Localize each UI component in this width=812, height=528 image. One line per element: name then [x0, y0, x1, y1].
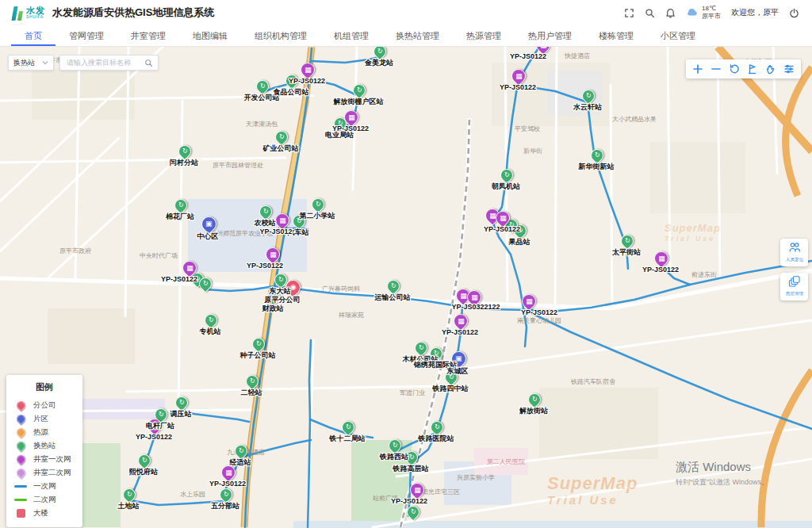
- legend-line-swatch: [14, 485, 27, 488]
- tab-楼栋管理[interactable]: 楼栋管理: [585, 25, 647, 46]
- marker-label: 五分部站: [211, 501, 239, 511]
- zoom-in-button[interactable]: [690, 62, 706, 76]
- marker-label: 第二小学站: [300, 211, 335, 221]
- search-category-select[interactable]: 换热站: [8, 55, 54, 71]
- legend-item-片区: 片区: [6, 412, 82, 426]
- marker-label: 食品公司站: [274, 87, 309, 98]
- map-poi-text: 南关童心幼儿园: [517, 316, 561, 325]
- marker-label: YP-JS0122: [247, 262, 283, 270]
- marker-label: 铁路医院站: [419, 434, 454, 444]
- windows-activation-watermark: 激活 Windows 转到“设置”以激活 Windows。: [676, 460, 768, 488]
- map-poi-text: 铁路汽车队宿舍: [571, 377, 615, 386]
- legend-pin-swatch: [14, 467, 27, 480]
- marker-label: YP-JS0122: [642, 266, 679, 274]
- search-category-value: 换热站: [13, 58, 35, 68]
- personnel-locate-button[interactable]: 人员定位: [780, 239, 808, 266]
- marker-label: 运输公司站: [375, 293, 411, 303]
- legend-item-井室一次网: 井室一次网: [6, 453, 82, 466]
- marker-label: 水云轩站: [573, 102, 602, 113]
- legend-items: 分公司片区热源换热站井室一次网井室二次网一次网二次网大楼: [6, 399, 82, 520]
- legend-item-热源: 热源: [6, 426, 82, 439]
- legend-line-swatch: [14, 499, 27, 501]
- marker-label: 种子公司站: [240, 350, 276, 361]
- map-poi-text: 新华街: [523, 147, 542, 155]
- tab-小区管理[interactable]: 小区管理: [647, 25, 709, 46]
- marker-label: 调压站: [170, 409, 192, 419]
- fullscreen-icon[interactable]: [624, 8, 634, 18]
- map-poi-text: 祥瑞家苑: [339, 311, 364, 319]
- map-searchbar: 换热站: [8, 55, 159, 71]
- legend-item-井室二次网: 井室二次网: [6, 466, 82, 480]
- marker-label: YP-JS012: [259, 228, 292, 235]
- map-poi-text: 阳光庄宅三区: [422, 488, 460, 496]
- measure-button[interactable]: [745, 62, 760, 76]
- map-poi-text: 平安驾校: [515, 124, 540, 133]
- search-icon[interactable]: [144, 59, 153, 67]
- marker-label: 电杆厂站: [146, 421, 174, 431]
- marker-label: YP-JS0122: [442, 328, 478, 336]
- legend-item-label: 换热站: [33, 441, 56, 451]
- tab-组织机构管理[interactable]: 组织机构管理: [241, 25, 320, 46]
- marker-label: 原平分公司: [265, 295, 301, 305]
- tab-热用户管理[interactable]: 热用户管理: [515, 25, 585, 46]
- marker-label: YP-JS0122: [521, 308, 557, 316]
- layer-switch-button[interactable]: 图层管理: [780, 273, 808, 300]
- search-icon[interactable]: [645, 8, 655, 18]
- marker-label: 解放街棚户区站: [334, 97, 384, 107]
- zoom-out-button[interactable]: [708, 62, 724, 76]
- map-poi-text: 前进东街: [691, 270, 717, 279]
- search-input[interactable]: [65, 58, 144, 67]
- exit-icon[interactable]: [789, 8, 799, 18]
- marker-label: YP-JS0122: [500, 83, 536, 91]
- tab-管网管理[interactable]: 管网管理: [56, 25, 117, 46]
- app-logo: 水发 SHUIFA: [13, 5, 45, 21]
- tab-热源管理[interactable]: 热源管理: [453, 25, 515, 46]
- map-poi-text: 兴原实验小学: [457, 473, 495, 482]
- marker-label: YP-JS0122: [391, 497, 427, 505]
- map-poi-text: 中央时代广场: [140, 251, 178, 260]
- legend-item-label: 片区: [33, 414, 48, 424]
- marker-label: 新华街新站: [579, 162, 615, 172]
- map-canvas[interactable]: 原平市实验中学吉祥新区快捷酒店大小武精品水果平安驾校新华街天津灌汤包原平市园林管…: [0, 47, 812, 528]
- legend-item-二次网: 二次网: [6, 493, 82, 507]
- legend-item-大楼: 大楼: [6, 507, 82, 520]
- map-legend: 图例 分公司片区热源换热站井室一次网井室二次网一次网二次网大楼: [6, 375, 82, 527]
- marker-label: 铁路西站: [380, 452, 408, 462]
- tab-地图编辑[interactable]: 地图编辑: [179, 25, 241, 46]
- user-greeting: 欢迎您，原平: [731, 7, 779, 18]
- tab-换热站管理[interactable]: 换热站管理: [382, 25, 453, 46]
- marker-label: 熙悦府站: [129, 467, 158, 477]
- legend-pin-swatch: [14, 427, 27, 439]
- bell-icon[interactable]: [665, 8, 676, 18]
- marker-label: YP-JS0122: [136, 433, 172, 441]
- marker-label: YP-JS0122: [289, 77, 325, 85]
- marker-label: YP-JS0122: [209, 480, 246, 488]
- legend-pin-swatch: [14, 453, 27, 466]
- marker-label: YP-JS0122: [510, 52, 546, 60]
- tab-机组管理[interactable]: 机组管理: [320, 25, 382, 46]
- logo-icon: [13, 5, 22, 21]
- marker-label: 铁路高层站: [393, 464, 429, 474]
- marker-label: 中心区: [197, 231, 219, 242]
- chevron-down-icon: [42, 60, 48, 65]
- marker-label: 铁路四中站: [433, 384, 469, 394]
- legend-item-label: 井室二次网: [33, 468, 71, 478]
- weather-cloud-icon: [686, 6, 699, 20]
- tab-井室管理[interactable]: 井室管理: [117, 25, 179, 46]
- legend-item-label: 热源: [33, 427, 48, 438]
- layer-list-button[interactable]: [781, 62, 797, 76]
- pan-button[interactable]: [763, 62, 779, 76]
- reset-view-button[interactable]: [726, 62, 742, 76]
- legend-item-label: 井室一次网: [33, 454, 71, 465]
- supermap-watermark: SuperMap Trial Use: [665, 223, 721, 243]
- legend-pin-swatch: [14, 413, 27, 426]
- marker-label: YP-JS0122: [161, 275, 197, 283]
- legend-item-换热站: 换热站: [6, 439, 82, 453]
- legend-item-分公司: 分公司: [6, 399, 82, 412]
- nav-tabs: 首页管网管理井室管理地图编辑组织机构管理机组管理换热站管理热源管理热用户管理楼栋…: [0, 25, 812, 47]
- map-toolbar: [686, 59, 801, 78]
- page-title: 水发能源盾安供热GIS地理信息系统: [52, 6, 214, 20]
- tab-首页[interactable]: 首页: [11, 25, 56, 46]
- legend-pin-swatch: [14, 440, 27, 453]
- map-poi-text: 原平市政府: [59, 247, 91, 255]
